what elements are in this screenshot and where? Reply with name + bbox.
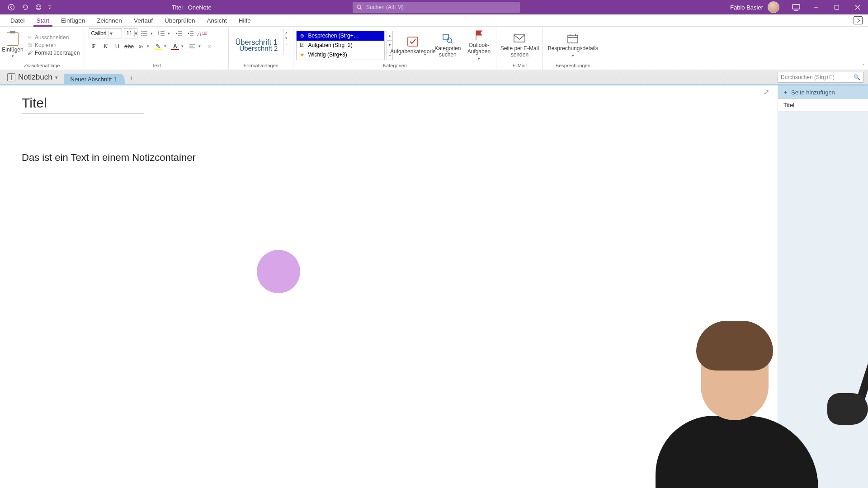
font-color-button[interactable]: A▾ — [170, 41, 180, 51]
tab-ueberpruefen[interactable]: Überprüfen — [159, 15, 201, 26]
align-button[interactable]: ▾ — [187, 41, 197, 51]
search-icon: 🔍 — [854, 74, 860, 80]
tab-einfuegen[interactable]: Einfügen — [55, 15, 91, 26]
page-list-panel: ＋ Seite hinzufügen Titel — [778, 85, 868, 488]
app-title: Titel - OneNote — [172, 4, 212, 11]
scissors-icon: ✂ — [27, 34, 33, 41]
chevron-up-icon[interactable]: ▴ — [283, 29, 289, 35]
share-button[interactable] — [854, 16, 863, 24]
svg-rect-6 — [793, 5, 800, 9]
brush-icon: 🖌 — [27, 50, 33, 56]
font-name-combo[interactable]: Calibri▾ — [89, 28, 122, 38]
subscript-button[interactable]: x₂▾ — [136, 41, 146, 51]
tag-label: Aufgaben (Strg+2) — [308, 42, 352, 48]
cut-button[interactable]: ✂Ausschneiden — [25, 34, 81, 41]
smiley-icon: ☺ — [299, 33, 305, 39]
outlook-tasks-button[interactable]: Outlook-Aufgaben▾ — [464, 28, 493, 63]
delete-button[interactable]: ✕ — [204, 41, 214, 51]
svg-line-35 — [451, 42, 453, 43]
cursor-highlight — [257, 250, 300, 293]
style-heading2[interactable]: Überschrift 2 — [236, 42, 285, 54]
tag-item-important[interactable]: ★Wichtig (Strg+3) — [297, 50, 384, 60]
page-title[interactable]: Titel — [22, 95, 144, 114]
paste-label: Einfügen — [2, 47, 23, 53]
notebook-dropdown[interactable]: Notizbuch ▾ — [4, 71, 61, 84]
undo-icon[interactable] — [20, 2, 30, 12]
tag-gallery-scroll[interactable]: ▴▾⌄ — [387, 31, 393, 60]
minimize-button[interactable] — [806, 0, 826, 14]
back-icon[interactable] — [6, 2, 16, 12]
tab-verlauf[interactable]: Verlauf — [128, 15, 159, 26]
svg-point-4 — [357, 5, 361, 9]
italic-button[interactable]: K — [100, 41, 110, 51]
notebook-icon — [7, 73, 15, 81]
chevron-down-icon[interactable]: ▾ — [283, 35, 289, 41]
email-page-button[interactable]: Seite per E-Mail senden — [499, 31, 540, 60]
tab-hilfe[interactable]: Hilfe — [233, 15, 257, 26]
svg-point-1 — [36, 5, 41, 10]
svg-rect-8 — [835, 5, 839, 9]
strikethrough-button[interactable]: abc — [124, 41, 134, 51]
text-group-label: Text — [87, 63, 226, 70]
clipboard-icon — [7, 32, 19, 46]
notebook-name: Notizbuch — [18, 73, 52, 82]
indent-button[interactable] — [185, 28, 195, 38]
touch-mode-icon[interactable] — [33, 2, 43, 12]
user-avatar[interactable] — [768, 1, 779, 13]
search-pages[interactable]: Durchsuchen (Strg+E) 🔍 — [778, 72, 863, 83]
note-container-text[interactable]: Das ist ein Text in einem Notizcontainer — [22, 152, 756, 164]
page-canvas[interactable]: ⤢ Titel Das ist ein Text in einem Notizc… — [0, 85, 778, 488]
highlight-button[interactable]: ✎▾ — [153, 41, 163, 51]
font-size-combo[interactable]: 11▾ — [124, 28, 137, 38]
underline-button[interactable]: U — [112, 41, 122, 51]
tag-gallery[interactable]: ☺Besprechen (Strg+… ☑Aufgaben (Strg+2) ★… — [296, 31, 385, 60]
chevron-down-icon: ▾ — [55, 75, 58, 80]
tab-start[interactable]: Start — [31, 15, 56, 26]
format-painter-button[interactable]: 🖌Format übertragen — [25, 49, 81, 56]
global-search-input[interactable] — [366, 4, 516, 10]
star-icon: ★ — [299, 52, 305, 58]
clear-format-button[interactable]: A⌫ — [197, 28, 207, 38]
chevron-up-icon[interactable]: ▴ — [387, 31, 392, 41]
tab-datei[interactable]: Datei — [5, 15, 31, 26]
close-button[interactable] — [847, 0, 868, 14]
add-page-button[interactable]: ＋ Seite hinzufügen — [778, 85, 868, 99]
copy-button[interactable]: ⧉Kopieren — [25, 42, 81, 49]
present-icon[interactable] — [792, 4, 800, 11]
page-list-item[interactable]: Titel — [778, 99, 868, 112]
tag-item-discuss[interactable]: ☺Besprechen (Strg+… — [297, 31, 384, 41]
collapse-ribbon-button[interactable]: ˆ — [863, 63, 864, 69]
tag-label: Wichtig (Strg+3) — [308, 52, 347, 58]
font-size-value: 11 — [126, 30, 132, 37]
global-search[interactable] — [353, 2, 520, 13]
task-category-button[interactable]: Aufgabenkategorie — [395, 34, 431, 57]
qat-dropdown-icon[interactable] — [47, 2, 52, 12]
tab-zeichnen[interactable]: Zeichnen — [91, 15, 128, 26]
svg-text:3: 3 — [158, 34, 159, 37]
notebook-bar: Notizbuch ▾ Neuer Abschnitt 1 + Durchsuc… — [0, 70, 868, 85]
bold-button[interactable]: F — [89, 41, 99, 51]
numbering-button[interactable]: 123▾ — [156, 28, 166, 38]
search-tags-icon — [441, 33, 454, 44]
group-meetings: Besprechungsdetails▾ Besprechungen — [543, 27, 603, 70]
meeting-details-button[interactable]: Besprechungsdetails▾ — [546, 31, 600, 60]
group-text: Calibri▾ 11▾ ▾ 123▾ A⌫ F K U abc x₂▾ ✎▾ … — [84, 27, 229, 70]
plus-icon: ＋ — [783, 88, 788, 96]
section-tab[interactable]: Neuer Abschnitt 1 — [64, 74, 125, 85]
tag-item-todo[interactable]: ☑Aufgaben (Strg+2) — [297, 41, 384, 50]
user-area[interactable]: Fabio Basler — [730, 1, 800, 13]
check-icon — [406, 36, 419, 47]
expand-icon[interactable]: ⤢ — [764, 88, 769, 96]
maximize-button[interactable] — [826, 0, 847, 14]
tab-ansicht[interactable]: Ansicht — [201, 15, 232, 26]
outdent-button[interactable] — [174, 28, 184, 38]
paste-button[interactable]: Einfügen ▾ — [3, 32, 23, 58]
group-tags: ☺Besprechen (Strg+… ☑Aufgaben (Strg+2) ★… — [293, 27, 496, 70]
add-section-button[interactable]: + — [129, 74, 134, 84]
bullets-button[interactable]: ▾ — [139, 28, 149, 38]
email-page-label: Seite per E-Mail senden — [500, 46, 539, 58]
outlook-tasks-label: Outlook-Aufgaben — [465, 42, 492, 55]
find-categories-button[interactable]: Kategorien suchen — [433, 31, 462, 60]
ribbon: Einfügen ▾ ✂Ausschneiden ⧉Kopieren 🖌Form… — [0, 27, 868, 70]
ribbon-tabs: Datei Start Einfügen Zeichnen Verlauf Üb… — [0, 14, 868, 27]
